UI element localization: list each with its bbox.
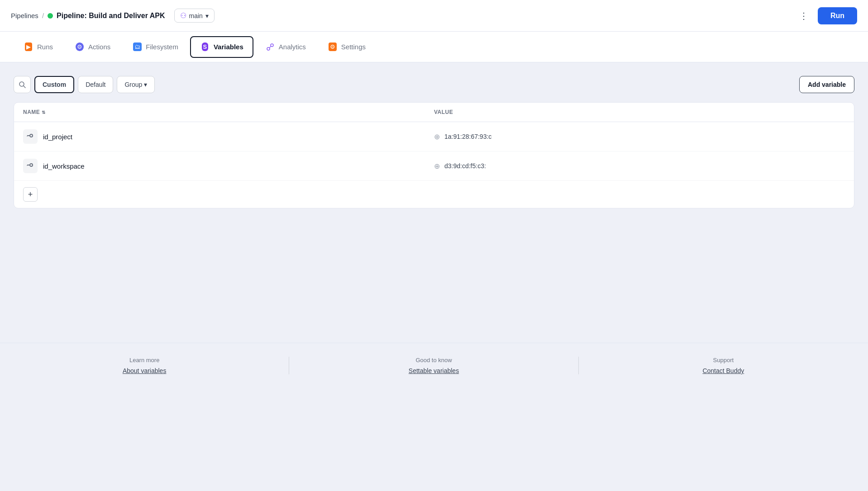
custom-filter-button[interactable]: Custom (34, 76, 74, 93)
footer-good-to-know: Good to know Settable variables (289, 357, 578, 374)
tab-settings-label: Settings (341, 43, 366, 51)
col-value-header: VALUE (434, 109, 845, 115)
analytics-icon (265, 42, 275, 52)
footer-about-variables-link[interactable]: About variables (123, 367, 167, 374)
row-name-id-project: id_project (23, 129, 434, 144)
footer-support: Support Contact Buddy (579, 357, 868, 374)
pipeline-title: Pipeline: Build and Deliver APK (57, 12, 165, 20)
pipeline-status-indicator (48, 13, 53, 19)
row-name-id-workspace: id_workspace (23, 159, 434, 173)
row-value-text: d3:9d:cd:f5:c3: (444, 162, 486, 170)
row-name-text: id_project (43, 133, 72, 141)
add-row-button[interactable]: + (23, 187, 38, 202)
variables-table: NAME ⇅ VALUE id_project ⊕ 1a:91:28:67:93… (14, 102, 854, 208)
row-name-text: id_workspace (43, 162, 85, 170)
variable-key-icon (23, 129, 38, 144)
main-content: Custom Default Group ▾ Add variable NAME… (0, 62, 868, 325)
table-header: NAME ⇅ VALUE (14, 103, 854, 122)
table-row: id_project ⊕ 1a:91:28:67:93:c (14, 122, 854, 151)
row-value-text: 1a:91:28:67:93:c (444, 133, 491, 140)
footer-good-to-know-label: Good to know (415, 357, 452, 364)
group-filter-button[interactable]: Group ▾ (117, 76, 155, 93)
breadcrumb-pipelines[interactable]: Pipelines (11, 12, 38, 19)
svg-line-4 (24, 86, 25, 88)
footer-learn-more-label: Learn more (129, 357, 159, 364)
variables-icon: S (200, 42, 210, 52)
tab-actions[interactable]: ⚙ Actions (65, 36, 120, 58)
svg-line-2 (269, 46, 271, 47)
settings-icon: ⚙ (328, 42, 338, 52)
target-icon: ⊕ (434, 162, 440, 170)
breadcrumb: Pipelines / Pipeline: Build and Deliver … (11, 12, 165, 20)
top-header: Pipelines / Pipeline: Build and Deliver … (0, 0, 868, 32)
footer-settable-variables-link[interactable]: Settable variables (409, 367, 459, 374)
group-chevron-icon: ▾ (144, 81, 147, 88)
tab-analytics-label: Analytics (279, 43, 306, 51)
run-button[interactable]: Run (818, 7, 857, 24)
target-icon: ⊕ (434, 132, 440, 141)
footer-learn-more: Learn more About variables (0, 357, 289, 374)
search-button[interactable] (14, 76, 31, 93)
actions-icon: ⚙ (75, 42, 85, 52)
sort-icon: ⇅ (42, 110, 46, 115)
row-value-id-project: ⊕ 1a:91:28:67:93:c (434, 132, 845, 141)
branch-selector[interactable]: ⚇ main ▾ (174, 9, 215, 23)
default-filter-button[interactable]: Default (78, 76, 113, 93)
footer-support-label: Support (713, 357, 734, 364)
tab-filesystem[interactable]: 🗂 Filesystem (122, 36, 188, 58)
col-name-header[interactable]: NAME ⇅ (23, 109, 434, 115)
branch-name: main (189, 12, 203, 19)
tab-runs[interactable]: ▶ Runs (14, 36, 63, 58)
filesystem-icon: 🗂 (132, 42, 142, 52)
branch-icon: ⚇ (180, 11, 186, 20)
more-options-button[interactable]: ⋮ (796, 8, 812, 24)
runs-icon: ▶ (24, 42, 33, 52)
branch-chevron-icon: ▾ (205, 12, 209, 19)
tab-bar: ▶ Runs ⚙ Actions 🗂 Filesystem S Variable… (0, 32, 868, 62)
add-variable-button[interactable]: Add variable (799, 76, 854, 93)
footer-contact-buddy-link[interactable]: Contact Buddy (702, 367, 744, 374)
tab-variables-label: Variables (214, 43, 243, 51)
tab-variables[interactable]: S Variables (190, 36, 253, 58)
row-value-id-workspace: ⊕ d3:9d:cd:f5:c3: (434, 162, 845, 170)
breadcrumb-separator: / (42, 12, 44, 19)
tab-analytics[interactable]: Analytics (255, 36, 316, 58)
footer: Learn more About variables Good to know … (0, 343, 868, 383)
table-row: id_workspace ⊕ d3:9d:cd:f5:c3: (14, 151, 854, 181)
tab-runs-label: Runs (37, 43, 53, 51)
filter-bar: Custom Default Group ▾ Add variable (14, 76, 854, 93)
tab-actions-label: Actions (88, 43, 110, 51)
variable-key-icon (23, 159, 38, 173)
tab-settings[interactable]: ⚙ Settings (318, 36, 376, 58)
svg-point-0 (267, 47, 270, 50)
tab-filesystem-label: Filesystem (146, 43, 178, 51)
svg-point-1 (271, 44, 273, 47)
